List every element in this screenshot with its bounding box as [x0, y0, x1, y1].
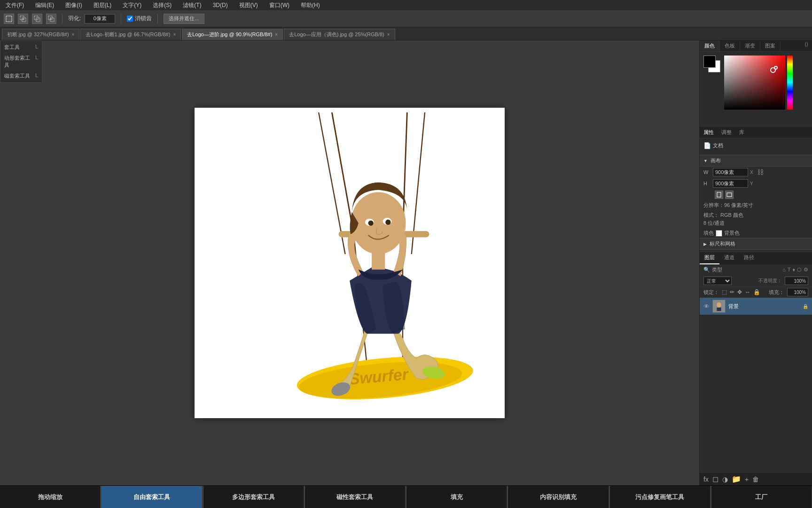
tab-4[interactable]: 去Logo—应用（调色).jpg @ 25%(RGB/8) × [284, 29, 395, 40]
svg-text:-: - [36, 17, 38, 21]
tab-3[interactable]: 去Logo—进阶.jpg @ 90.9%(RGB/8#) × [182, 29, 283, 40]
menu-3d[interactable]: 3D(D) [211, 1, 230, 9]
lock-transparent-icon[interactable]: ⬚ [722, 289, 727, 295]
lock-label: 锁定： [703, 289, 719, 296]
svg-text:+: + [22, 17, 24, 21]
opacity-input[interactable] [785, 277, 808, 285]
tool-lasso[interactable]: 套工具 L [2, 43, 40, 52]
orientation-row [700, 189, 812, 200]
color-tab-gradient[interactable]: 渐变 [740, 40, 760, 51]
props-tab-library[interactable]: 库 [735, 127, 748, 138]
menu-filter[interactable]: 滤镜(T) [181, 0, 203, 10]
layer-new-btn[interactable]: + [745, 476, 749, 483]
canvas-area[interactable]: Swurfer [0, 40, 699, 485]
intersect-selection-btn[interactable]: × [46, 14, 56, 24]
new-selection-btn[interactable] [4, 14, 14, 24]
canvas-section-label: 画布 [710, 157, 721, 164]
tab-1-close[interactable]: × [72, 32, 75, 37]
lock-move-icon[interactable]: ↔ [745, 289, 750, 295]
select-mask-btn[interactable]: 选择并遮住... [164, 14, 204, 24]
width-input[interactable] [713, 168, 748, 176]
filter-icon-1[interactable]: ⌂ [782, 267, 786, 273]
landscape-btn[interactable] [725, 190, 734, 199]
props-tab-properties[interactable]: 属性 [700, 127, 718, 138]
tab-1[interactable]: 初断.jpg @ 327%(RGB/8#) × [2, 29, 79, 40]
subtract-selection-btn[interactable]: - [32, 14, 42, 24]
portrait-btn[interactable] [715, 190, 723, 199]
layer-group-btn[interactable]: 📁 [732, 475, 741, 484]
add-selection-btn[interactable]: + [18, 14, 28, 24]
layer-mask-btn[interactable]: ◻ [712, 475, 718, 484]
filter-icon-5[interactable]: ⚙ [804, 267, 808, 273]
antialias-wrap[interactable]: 消锁齿 [127, 15, 152, 23]
svg-rect-31 [727, 193, 732, 197]
props-tab-adjust[interactable]: 调整 [718, 127, 735, 138]
menu-layer[interactable]: 图层(L) [92, 0, 114, 10]
menu-view[interactable]: 视图(V) [237, 0, 260, 10]
mode-row: 模式： RGB 颜色 8 位/通道 [700, 210, 812, 228]
menu-file[interactable]: 文件(F) [4, 0, 26, 10]
bottom-tool-fill[interactable]: 填充 [406, 486, 507, 508]
blend-mode-select[interactable]: 正常 溶解 正片叠底 [703, 277, 732, 285]
filter-icon-4[interactable]: ⬡ [797, 267, 802, 273]
layer-background[interactable]: 👁 背景 🔒 [700, 298, 812, 315]
bottom-tool-factory[interactable]: 工厂 [711, 486, 812, 508]
color-tab-swatches[interactable]: 色板 [720, 40, 740, 51]
tab-2[interactable]: 去Logo-初断1.jpg @ 66.7%(RGB/8#) × [80, 29, 181, 40]
bg-label: 背景色 [724, 230, 740, 237]
bottom-tool-content-fill[interactable]: 内容识别填充 [508, 486, 609, 508]
menu-image[interactable]: 图像(I) [63, 0, 84, 10]
rulers-section-header[interactable]: ▶ 标尺和网格 [700, 238, 812, 250]
link-icon[interactable]: ⛓ [757, 168, 764, 176]
tab-2-close[interactable]: × [173, 32, 176, 37]
foreground-swatch[interactable] [703, 56, 716, 68]
menu-window[interactable]: 窗口(W) [267, 0, 291, 10]
layer-adjustment-btn[interactable]: ◑ [722, 476, 728, 483]
bottom-tool-poly-lasso[interactable]: 多边形套索工具 [203, 486, 304, 508]
tab-1-label: 初断.jpg @ 327%(RGB/8#) [7, 31, 69, 38]
lock-all-icon[interactable]: 🔒 [753, 289, 760, 295]
layers-tabs: 图层 通道 路径 [700, 252, 812, 264]
tab-4-close[interactable]: × [387, 32, 390, 37]
fill-input[interactable] [787, 288, 808, 296]
bottom-tool-spot-heal[interactable]: 污点修复画笔工具 [610, 486, 710, 508]
svg-text:×: × [50, 17, 52, 21]
tool-poly-lasso[interactable]: 动形套索工具 L [2, 54, 40, 70]
lock-image-icon[interactable]: ✏ [730, 289, 734, 295]
menu-edit[interactable]: 编辑(E) [33, 0, 56, 10]
filter-icon-2[interactable]: T [788, 267, 791, 273]
tab-3-close[interactable]: × [275, 32, 278, 37]
color-tab-color[interactable]: 颜色 [700, 40, 720, 51]
layers-search-bar: 🔍 类型 ⌂ T ♦ ⬡ ⚙ [700, 264, 812, 275]
bottom-tool-lasso[interactable]: 自由套索工具 [102, 486, 202, 508]
color-gradient-picker[interactable] [724, 56, 785, 110]
antialias-checkbox[interactable] [127, 16, 133, 22]
feather-input[interactable] [85, 14, 115, 24]
tool-mag-lasso-key: L [35, 72, 38, 79]
height-input[interactable] [713, 179, 748, 188]
bottom-tool-mag-lasso[interactable]: 磁性套索工具 [305, 486, 406, 508]
menu-type[interactable]: 文字(Y) [121, 0, 143, 10]
bottom-tool-drag[interactable]: 拖动缩放 [0, 486, 101, 508]
menu-select[interactable]: 选择(S) [151, 0, 173, 10]
layer-fx-btn[interactable]: fx [703, 476, 709, 483]
layers-tab-paths[interactable]: 路径 [739, 252, 759, 264]
layers-tab-channels[interactable]: 通道 [719, 252, 739, 264]
color-tab-pattern[interactable]: 图案 [760, 40, 781, 51]
panel-collapse-btn[interactable]: ⟨⟩ [804, 41, 808, 48]
layers-tab-layers[interactable]: 图层 [700, 252, 719, 264]
fg-bg-swatches[interactable] [703, 56, 720, 72]
filter-icon-3[interactable]: ♦ [792, 267, 795, 273]
lock-artboard-icon[interactable]: ✥ [737, 289, 742, 295]
tools-panel: 套工具 L 动形套索工具 L 磁套索工具 L [0, 40, 42, 83]
menu-help[interactable]: 帮助(H) [299, 0, 322, 10]
svg-point-26 [368, 221, 374, 226]
mode-value: RGB 颜色 [720, 212, 743, 218]
layer-delete-btn[interactable]: 🗑 [752, 476, 759, 483]
layer-visibility-icon[interactable]: 👁 [703, 303, 710, 310]
canvas-section-header[interactable]: ▼ 画布 [700, 155, 812, 167]
hue-bar[interactable] [787, 56, 793, 110]
layer-thumbnail [712, 300, 726, 313]
fill-color-swatch[interactable] [716, 230, 722, 237]
tool-mag-lasso[interactable]: 磁套索工具 L [2, 71, 40, 80]
